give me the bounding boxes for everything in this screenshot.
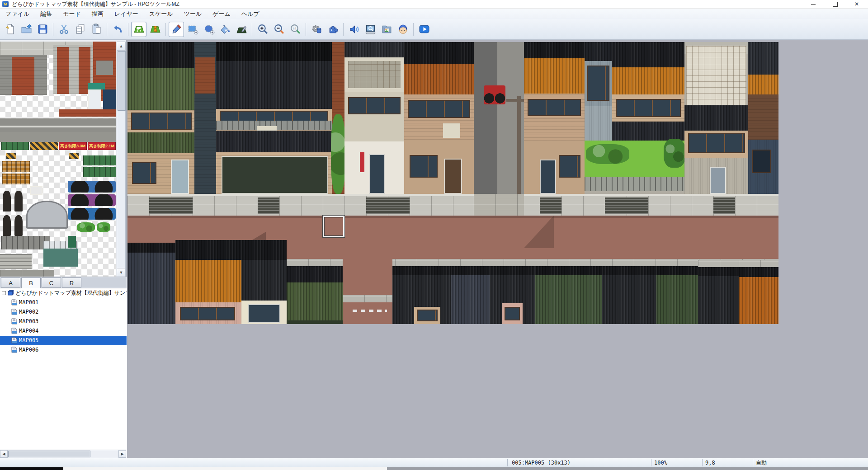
- tile-block: [127, 194, 778, 216]
- tile-block: [748, 94, 778, 140]
- map-mode-button[interactable]: [131, 22, 146, 37]
- tree-item-map003[interactable]: MAP003: [0, 317, 127, 326]
- tile-block: [688, 133, 745, 153]
- tree-item-map005[interactable]: MAP005: [0, 336, 127, 345]
- tile-block: [14, 215, 23, 236]
- rectangle-tool-button[interactable]: [185, 22, 200, 37]
- maximize-button[interactable]: [825, 0, 845, 8]
- palette-tab-c[interactable]: C: [42, 277, 61, 288]
- scroll-left-icon[interactable]: ◀: [0, 450, 8, 458]
- close-button[interactable]: ✕: [846, 0, 867, 8]
- plugin-manager-button[interactable]: [325, 22, 340, 37]
- palette-scroll-thumb[interactable]: [118, 51, 126, 111]
- tree-item-map001[interactable]: MAP001: [0, 298, 127, 307]
- menu-item-2[interactable]: モード: [57, 9, 86, 19]
- tree-item-map006[interactable]: MAP006: [0, 345, 127, 355]
- tile-block: [2, 174, 30, 184]
- tile-block: [3, 191, 11, 212]
- menu-item-7[interactable]: ゲーム: [207, 9, 236, 19]
- sound-test-icon: [349, 24, 360, 35]
- database-button[interactable]: [309, 22, 324, 37]
- tile-block: [739, 277, 778, 324]
- undo-icon: [112, 24, 123, 35]
- tile-block: [535, 275, 602, 324]
- menu-item-4[interactable]: レイヤー: [109, 9, 144, 19]
- tile-block: [404, 64, 474, 94]
- collapse-icon[interactable]: −: [2, 291, 6, 295]
- tile-block: [739, 260, 778, 267]
- copy-button[interactable]: [72, 22, 88, 37]
- paste-button[interactable]: [89, 22, 104, 37]
- zoom-actual-button[interactable]: 1:1: [288, 22, 303, 37]
- tile-block: [656, 275, 698, 324]
- palette-tab-r[interactable]: R: [62, 277, 81, 288]
- open-project-button[interactable]: [19, 22, 34, 37]
- tile-block: [127, 132, 195, 153]
- scroll-up-icon[interactable]: ▲: [117, 42, 125, 51]
- palette-tab-a[interactable]: A: [1, 277, 20, 288]
- app-window: M どらぴかドットマップ素材【現代街編】サンプル - RPGツクールMZ ✕ フ…: [0, 0, 868, 470]
- palette-scrollbar[interactable]: ▲ ▼: [117, 42, 126, 277]
- cut-button[interactable]: [56, 22, 71, 37]
- map-icon: [11, 318, 17, 324]
- toolbar-separator: [343, 23, 344, 36]
- tile-block: [739, 267, 778, 277]
- event-mode-button[interactable]: [147, 22, 163, 37]
- character-generator-button[interactable]: [395, 22, 410, 37]
- toolbar-separator: [413, 23, 414, 36]
- sound-test-button[interactable]: [346, 22, 362, 37]
- tile-block: [366, 197, 410, 214]
- tile-block: [258, 197, 279, 214]
- tile-block: [216, 131, 332, 152]
- status-mode: 自動: [756, 459, 767, 466]
- menu-item-8[interactable]: ヘルプ: [236, 9, 265, 19]
- menu-item-0[interactable]: ファイル: [0, 9, 35, 19]
- map-view[interactable]: [127, 42, 778, 324]
- ellipse-tool-button[interactable]: [201, 22, 217, 37]
- scroll-down-icon[interactable]: ▼: [117, 268, 125, 277]
- minimize-button[interactable]: [803, 0, 824, 8]
- menu-item-3[interactable]: 描画: [86, 9, 109, 19]
- tile-block: [0, 132, 116, 142]
- tile-block: [127, 216, 778, 218]
- tile-block: [96, 61, 113, 75]
- tile-block: [68, 236, 76, 248]
- palette-tab-b[interactable]: B: [21, 277, 41, 288]
- zoom-in-button[interactable]: [255, 22, 270, 37]
- tile-block: [43, 249, 78, 267]
- map-icon: [11, 337, 17, 343]
- tile-block: [127, 194, 778, 196]
- tile-block: [698, 267, 739, 276]
- tile-block: [0, 270, 54, 277]
- map-canvas-area[interactable]: [127, 40, 868, 458]
- pencil-tool-button[interactable]: [169, 22, 184, 37]
- resource-manager-button[interactable]: [379, 22, 394, 37]
- tile-block: [348, 97, 401, 114]
- tileset-palette[interactable]: 高さ制限3.3M高さ制限2.1M: [0, 42, 116, 277]
- tree-scroll-thumb[interactable]: [8, 451, 90, 457]
- menu-item-5[interactable]: スケール: [144, 9, 179, 19]
- tree-hscrollbar[interactable]: ◀ ▶: [0, 450, 127, 458]
- menu-item-1[interactable]: 編集: [35, 9, 57, 19]
- tree-root-item[interactable]: −どらぴかドットマップ素材【現代街編】サンプル: [0, 288, 127, 298]
- event-searcher-button[interactable]: [363, 22, 378, 37]
- tile-block: [540, 197, 561, 214]
- map-icon: [11, 347, 17, 353]
- zoom-out-button[interactable]: [271, 22, 287, 37]
- scroll-right-icon[interactable]: ▶: [118, 450, 126, 458]
- tree-item-map004[interactable]: MAP004: [0, 326, 127, 336]
- tile-block: [68, 208, 116, 220]
- shadow-pen-tool-icon: [236, 24, 247, 35]
- status-separator: [507, 459, 508, 466]
- taskbar-sliver: [0, 467, 868, 470]
- copy-icon: [75, 24, 86, 35]
- menu-item-6[interactable]: ツール: [179, 9, 208, 19]
- flood-fill-tool-button[interactable]: [217, 22, 233, 37]
- tree-item-map002[interactable]: MAP002: [0, 307, 127, 317]
- shadow-pen-tool-button[interactable]: [234, 22, 249, 37]
- playtest-button[interactable]: [416, 22, 432, 37]
- undo-button[interactable]: [110, 22, 125, 37]
- tile-block: [392, 266, 451, 275]
- save-project-button[interactable]: [35, 22, 50, 37]
- new-file-button[interactable]: [2, 22, 18, 37]
